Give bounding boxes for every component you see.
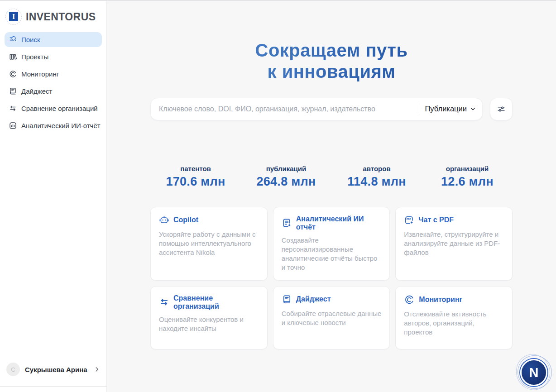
chevron-right-icon xyxy=(94,366,100,373)
robot-icon xyxy=(159,215,169,225)
bar-chart-icon xyxy=(9,121,17,130)
pdf-icon-text: PDF xyxy=(407,217,411,220)
search-icon xyxy=(9,35,17,44)
app-name: INVENTORUS xyxy=(26,11,96,23)
stat-value: 114.8 млн xyxy=(331,175,422,189)
card-description: Оценивайте конкурентов и находите инсайт… xyxy=(159,315,259,334)
sidebar-item-compare[interactable]: Сравнение организаций xyxy=(5,101,102,116)
pdf-icon: PDF xyxy=(404,215,414,225)
card-description: Отслеживайте активность авторов, организ… xyxy=(404,310,504,337)
sidebar-item-label: Поиск xyxy=(21,36,40,43)
sidebar-item-label: Мониторинг xyxy=(21,70,59,78)
search-scope-value: Публикации xyxy=(425,105,467,113)
stat-value: 264.8 млн xyxy=(241,175,331,189)
stat-value: 170.6 млн xyxy=(150,175,241,189)
book-icon xyxy=(9,87,17,96)
book-icon xyxy=(282,294,292,305)
sidebar-item-label: Проекты xyxy=(21,53,48,61)
monitoring-swirl-icon xyxy=(9,70,17,78)
stat-organizations: организаций 12.6 млн xyxy=(422,165,513,189)
app-logo[interactable]: I INVENTORUS xyxy=(0,1,106,32)
compare-arrows-icon xyxy=(9,104,17,113)
card-description: Извлекайте, структурируйте и анализируйт… xyxy=(404,230,504,258)
stat-label: организаций xyxy=(422,165,513,172)
stat-label: публикаций xyxy=(241,165,331,172)
page-title-line2: к инновациям xyxy=(150,61,513,82)
card-compare-organizations[interactable]: Сравнение организаций Оценивайте конкуре… xyxy=(150,286,268,349)
sidebar-item-label: Аналитический ИИ-отчёт xyxy=(21,122,101,129)
chevron-down-icon xyxy=(470,106,476,112)
sidebar-item-projects[interactable]: Проекты xyxy=(5,49,102,64)
stat-value: 12.6 млн xyxy=(422,175,513,189)
stat-patents: патентов 170.6 млн xyxy=(150,165,241,189)
search-divider xyxy=(419,103,419,115)
user-name: Сукрышева Арина xyxy=(25,366,89,373)
search-filters-button[interactable] xyxy=(490,98,513,120)
sidebar-nav: Поиск Проекты Мониторинг Дайджест xyxy=(0,32,106,133)
card-title: Дайджест xyxy=(296,295,331,303)
card-title: Аналитический ИИ отчёт xyxy=(296,215,382,231)
card-title: Сравнение организаций xyxy=(173,294,259,311)
search-row: Публикации xyxy=(150,98,513,120)
card-ai-report[interactable]: Аналитический ИИ отчёт Создавайте персон… xyxy=(273,207,390,281)
sidebar-item-search[interactable]: Поиск xyxy=(5,32,102,47)
document-report-icon xyxy=(282,218,292,228)
card-description: Создавайте персонализированные аналитиче… xyxy=(282,236,382,272)
search-bar[interactable]: Публикации xyxy=(150,98,483,120)
stat-publications: публикаций 264.8 млн xyxy=(241,165,331,189)
assistant-n-icon: N xyxy=(520,359,547,386)
sidebar-item-label: Сравнение организаций xyxy=(21,105,98,112)
card-description: Собирайте отраслевые данные и ключевые н… xyxy=(282,309,382,328)
page-title: Сокращаем путь к инновациям xyxy=(150,40,513,82)
main-area: Сокращаем путь к инновациям Публикации xyxy=(107,1,556,392)
card-description: Ускоряйте работу с данными с помощью инт… xyxy=(159,230,259,258)
card-monitoring[interactable]: Мониторинг Отслеживайте активность автор… xyxy=(395,286,513,349)
card-title: Copilot xyxy=(173,216,198,224)
logo-icon: I xyxy=(5,9,22,25)
avatar: С xyxy=(6,363,20,376)
sidebar: I INVENTORUS Поиск Проекты Мониторин xyxy=(0,1,107,392)
compare-arrows-icon xyxy=(159,297,169,307)
page-title-line1: Сокращаем путь xyxy=(150,40,513,61)
card-title: Мониторинг xyxy=(419,296,462,304)
sidebar-item-monitoring[interactable]: Мониторинг xyxy=(5,67,102,81)
filter-sliders-icon xyxy=(496,104,506,114)
search-input[interactable] xyxy=(159,105,413,113)
books-icon xyxy=(9,53,17,61)
feature-cards: Copilot Ускоряйте работу с данными с пом… xyxy=(150,207,513,349)
sidebar-item-digest[interactable]: Дайджест xyxy=(5,84,102,99)
card-chat-pdf[interactable]: PDF Чат с PDF Извлекайте, структурируйте… xyxy=(395,207,513,281)
logo-letter: I xyxy=(9,12,18,21)
stat-label: авторов xyxy=(331,165,422,172)
stat-authors: авторов 114.8 млн xyxy=(331,165,422,189)
card-copilot[interactable]: Copilot Ускоряйте работу с данными с пом… xyxy=(150,207,268,281)
stats-row: патентов 170.6 млн публикаций 264.8 млн … xyxy=(150,165,513,189)
card-title: Чат с PDF xyxy=(418,216,454,224)
sidebar-item-ai-report[interactable]: Аналитический ИИ-отчёт xyxy=(5,118,102,133)
monitoring-swirl-icon xyxy=(404,294,415,305)
nikola-assistant-button[interactable]: N xyxy=(514,353,553,392)
stat-label: патентов xyxy=(150,165,241,172)
sidebar-divider xyxy=(0,386,106,387)
sidebar-item-label: Дайджест xyxy=(21,87,52,95)
card-digest[interactable]: Дайджест Собирайте отраслевые данные и к… xyxy=(273,286,390,349)
user-account[interactable]: С Сукрышева Арина xyxy=(5,360,101,379)
search-scope-dropdown[interactable]: Публикации xyxy=(425,105,476,113)
